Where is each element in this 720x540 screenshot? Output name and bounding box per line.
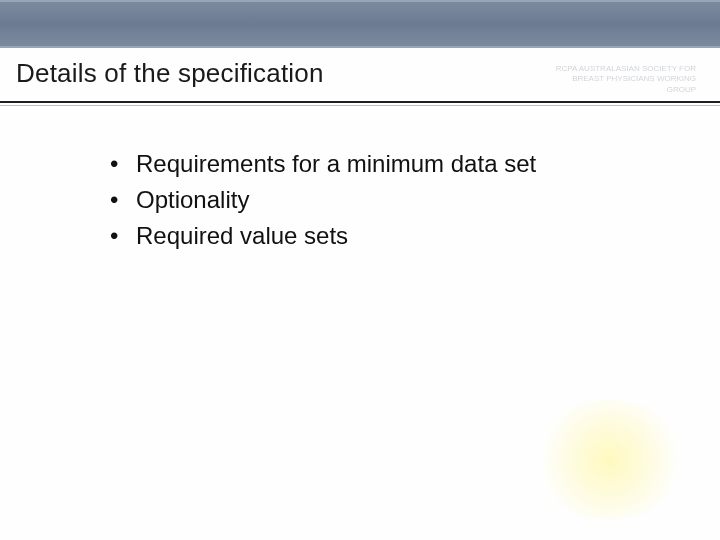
decorative-glow xyxy=(530,400,690,520)
org-line: RCPA AUSTRALASIAN SOCIETY FOR xyxy=(556,64,696,74)
bullet-list: Requirements for a minimum data set Opti… xyxy=(110,146,720,254)
org-line: BREAST PHYSICIANS WORKING xyxy=(556,74,696,84)
list-item: Requirements for a minimum data set xyxy=(110,146,720,182)
title-underline-dark xyxy=(0,101,720,103)
list-item: Required value sets xyxy=(110,218,720,254)
title-area: Details of the specification RCPA AUSTRA… xyxy=(0,48,720,101)
content-area: Requirements for a minimum data set Opti… xyxy=(0,106,720,254)
slide-title: Details of the specification xyxy=(16,58,324,89)
header-organization: RCPA AUSTRALASIAN SOCIETY FOR BREAST PHY… xyxy=(556,58,704,95)
top-color-band xyxy=(0,0,720,48)
org-line: GROUP xyxy=(556,85,696,95)
list-item: Optionality xyxy=(110,182,720,218)
